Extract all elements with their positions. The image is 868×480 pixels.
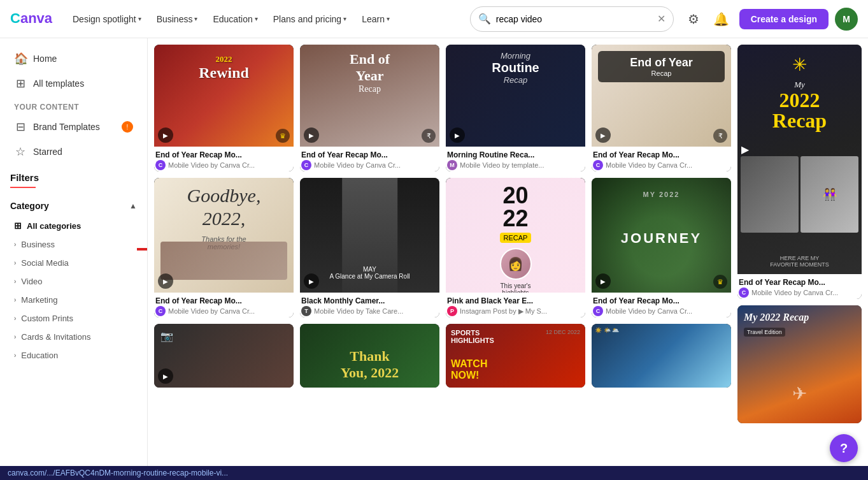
category-custom-prints[interactable]: › Custom Prints: [0, 309, 147, 328]
education-label: Education: [21, 351, 58, 360]
star-icon: ☆: [14, 145, 27, 159]
filter-divider: [10, 187, 36, 188]
top-navigation: Canva Design spotlight ▾ Business ▾ Educ…: [0, 0, 868, 38]
canva-logo[interactable]: Canva: [10, 9, 53, 29]
nav-business[interactable]: Business ▾: [150, 10, 204, 28]
card-title: End of Year Recap Mo...: [593, 150, 730, 159]
help-button[interactable]: ?: [830, 434, 858, 462]
brand-icon: ⊟: [14, 120, 27, 134]
creator-avatar: P: [447, 306, 457, 316]
template-card[interactable]: MY 2022 JOURNEY ▶ ♛ End of Year Recap Mo…: [592, 178, 731, 317]
template-card[interactable]: 2022 RECAP 👩 This year'shighlights 2022 …: [446, 178, 585, 317]
chevron-down-icon: ▾: [255, 15, 258, 22]
card-subtitle: Mobile Video by Canva Cr...: [168, 307, 255, 315]
template-card[interactable]: Morning Routine Recap ▶ Morning Routine …: [446, 45, 585, 171]
category-all[interactable]: ⊞ All categories: [0, 216, 147, 235]
template-card[interactable]: ✳ My 2022 Recap 👭 HERE ARE MY: [737, 45, 862, 299]
marketing-label: Marketing: [21, 295, 57, 305]
all-categories-icon: ⊞: [14, 221, 22, 231]
video-label: Video: [21, 277, 42, 286]
card-subtitle: Mobile Video by Canva Cr...: [606, 307, 692, 315]
card-subtitle: Mobile Video by Take Care...: [314, 307, 403, 315]
chevron-right-icon: ›: [14, 333, 16, 340]
creator-avatar: C: [593, 160, 603, 170]
play-icon: ▶: [158, 127, 173, 143]
social-media-label: Social Media: [21, 258, 68, 268]
play-icon: ▶: [450, 127, 465, 143]
chevron-right-icon: ›: [14, 241, 16, 248]
brand-badge: !: [122, 121, 133, 133]
filters-section: Filters: [0, 164, 147, 188]
category-marketing[interactable]: › Marketing: [0, 291, 147, 309]
category-header[interactable]: Category ▲: [0, 196, 147, 216]
search-icon: 🔍: [478, 13, 491, 25]
card-subtitle: Mobile Video by Canva Cr...: [168, 161, 255, 169]
templates-icon: ⊞: [14, 76, 27, 91]
clear-search-icon[interactable]: ✕: [657, 13, 665, 25]
rupee-icon: ₹: [713, 129, 727, 143]
sidebar-home-label: Home: [33, 54, 57, 64]
create-design-button[interactable]: Create a design: [739, 9, 829, 29]
card-subtitle: Mobile Video by Canva Cr...: [751, 289, 838, 296]
category-social-media[interactable]: › Social Media: [0, 254, 147, 272]
search-bar[interactable]: 🔍 ✕: [470, 6, 674, 32]
chevron-right-icon: ›: [14, 315, 16, 322]
category-education[interactable]: › Education: [0, 346, 147, 365]
chevron-right-icon: ›: [14, 259, 16, 266]
creator-avatar: M: [447, 160, 457, 170]
sidebar-item-brand-templates[interactable]: ⊟ Brand Templates !: [4, 115, 143, 139]
template-card[interactable]: MAYA Glance at My Camera Roll ▶ Black Mo…: [300, 178, 439, 317]
chevron-right-icon: ›: [14, 278, 16, 285]
notifications-icon[interactable]: 🔔: [709, 8, 733, 31]
nav-education[interactable]: Education ▾: [206, 10, 264, 28]
card-subtitle: Mobile Video by template...: [460, 161, 544, 169]
play-icon: ▶: [595, 127, 611, 143]
template-card[interactable]: 📷 ▶: [154, 324, 294, 388]
play-icon: ▶: [158, 368, 173, 384]
category-video[interactable]: › Video: [0, 272, 147, 291]
search-input[interactable]: [496, 14, 652, 24]
creator-avatar: C: [155, 306, 166, 316]
play-icon: ▶: [304, 273, 319, 289]
template-card[interactable]: SPORTSHIGHLIGHTS WATCHNOW! 12 DEC 2022: [446, 324, 585, 388]
crown-icon: ♛: [276, 129, 290, 143]
template-card[interactable]: End of Year Recap ▶ ₹ End of Year Recap …: [592, 45, 731, 171]
play-icon: ▶: [595, 273, 611, 289]
sidebar-item-all-templates[interactable]: ⊞ All templates: [4, 71, 143, 96]
creator-avatar: C: [301, 160, 311, 170]
sidebar-item-starred[interactable]: ☆ Starred: [4, 140, 143, 164]
template-card[interactable]: My 2022 Recap Travel Edition ✈: [737, 305, 862, 423]
play-icon: ▶: [158, 273, 173, 289]
chevron-right-icon: ›: [14, 352, 16, 359]
template-card[interactable]: ☀️ 🌤️ 🌥️: [592, 324, 731, 388]
template-card[interactable]: End of Year Recap ▶ ₹ End of Year Recap …: [300, 45, 439, 171]
nav-plans-pricing[interactable]: Plans and pricing ▾: [267, 10, 353, 28]
sidebar: 🏠 Home ⊞ All templates Your Content ⊟ Br…: [0, 38, 148, 480]
sidebar-templates-label: All templates: [33, 78, 84, 89]
status-bar: canva.com/.../EAFBvQC4nDM-morning-routin…: [0, 466, 868, 480]
sidebar-item-home[interactable]: 🏠 Home: [4, 47, 143, 71]
user-avatar[interactable]: M: [835, 8, 858, 31]
filters-title: Filters: [10, 172, 137, 183]
category-cards-invitations[interactable]: › Cards & Invitations: [0, 328, 147, 346]
card-title: End of Year Recap Mo...: [155, 150, 292, 159]
home-icon: 🏠: [14, 52, 27, 66]
template-card[interactable]: 2022Rewind ▶ ♛ End of Year Recap Mo... C…: [154, 45, 294, 171]
settings-icon[interactable]: ⚙: [684, 8, 703, 31]
card-title: End of Year Recap Mo...: [155, 296, 292, 305]
nav-links: Design spotlight ▾ Business ▾ Education …: [66, 10, 465, 28]
crown-icon: ♛: [713, 275, 727, 289]
category-business[interactable]: › Business: [0, 235, 147, 254]
all-categories-label: All categories: [27, 221, 81, 231]
nav-learn[interactable]: Learn ▾: [355, 10, 396, 28]
cards-invitations-label: Cards & Invitations: [21, 332, 90, 342]
nav-design-spotlight[interactable]: Design spotlight ▾: [66, 10, 148, 28]
template-card[interactable]: Goodbye,2022, Thanks for thememories! ▶ …: [154, 178, 294, 317]
starred-label: Starred: [33, 147, 62, 157]
chevron-right-icon: ›: [14, 296, 16, 303]
card-title: End of Year Recap Mo...: [739, 278, 860, 287]
card-title: End of Year Recap Mo...: [593, 296, 730, 305]
chevron-down-icon: ▾: [194, 15, 197, 22]
template-card[interactable]: ThankYou, 2022: [300, 324, 439, 388]
category-collapse-icon: ▲: [129, 201, 137, 210]
